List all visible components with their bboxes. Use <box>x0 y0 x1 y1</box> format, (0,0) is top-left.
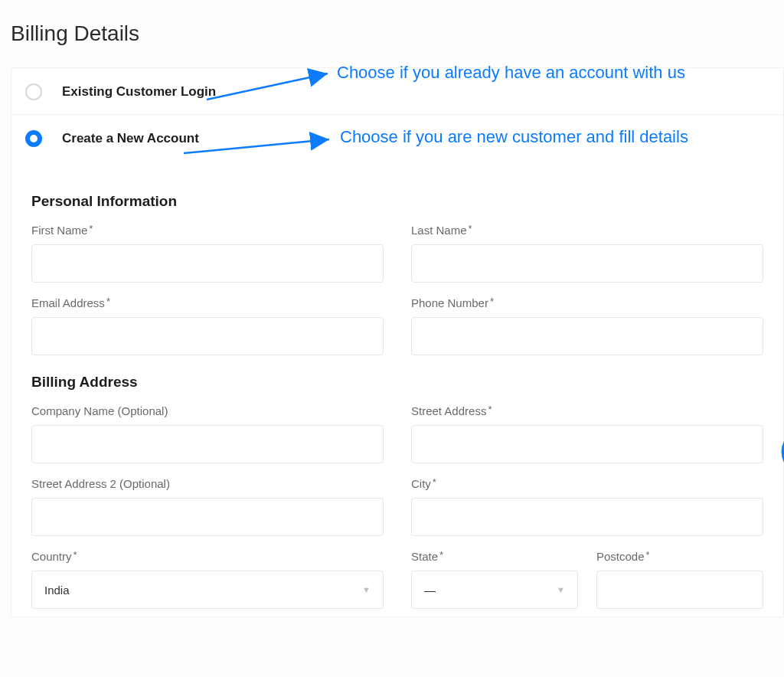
last-name-input[interactable] <box>411 244 763 283</box>
street2-input[interactable] <box>31 498 384 536</box>
street-input[interactable] <box>411 425 763 463</box>
option-create-label: Create a New Account <box>62 131 199 146</box>
country-value: India <box>44 584 70 597</box>
section-personal: Personal Information <box>31 193 763 210</box>
label-street2: Street Address 2 (Optional) <box>31 477 384 490</box>
page-title: Billing Details <box>11 21 784 46</box>
label-company: Company Name (Optional) <box>31 404 384 417</box>
radio-off-icon <box>25 83 42 100</box>
label-street: Street Address* <box>411 404 763 417</box>
label-phone: Phone Number* <box>411 296 763 309</box>
city-input[interactable] <box>411 498 763 536</box>
option-existing-label: Existing Customer Login <box>62 84 216 100</box>
country-select[interactable]: India ▼ <box>31 571 384 609</box>
option-create-account[interactable]: Create a New Account <box>11 115 783 161</box>
first-name-input[interactable] <box>31 244 384 283</box>
section-billing: Billing Address <box>31 374 763 391</box>
label-postcode: Postcode* <box>596 550 763 563</box>
billing-panel: Existing Customer Login Create a New Acc… <box>11 67 784 617</box>
phone-input[interactable] <box>411 317 763 355</box>
label-country: Country* <box>31 550 384 563</box>
chevron-down-icon: ▼ <box>362 585 371 594</box>
label-email: Email Address* <box>31 296 384 309</box>
state-value: — <box>424 584 436 597</box>
radio-on-icon <box>25 130 42 147</box>
option-existing-customer[interactable]: Existing Customer Login <box>11 68 783 115</box>
company-input[interactable] <box>31 425 384 463</box>
chevron-down-icon: ▼ <box>557 585 565 594</box>
label-city: City* <box>411 477 763 490</box>
email-input[interactable] <box>31 317 384 355</box>
label-first-name: First Name* <box>31 224 384 237</box>
label-last-name: Last Name* <box>411 224 763 237</box>
postcode-input[interactable] <box>596 571 763 609</box>
state-select[interactable]: — ▼ <box>411 571 578 609</box>
label-state: State* <box>411 550 578 563</box>
